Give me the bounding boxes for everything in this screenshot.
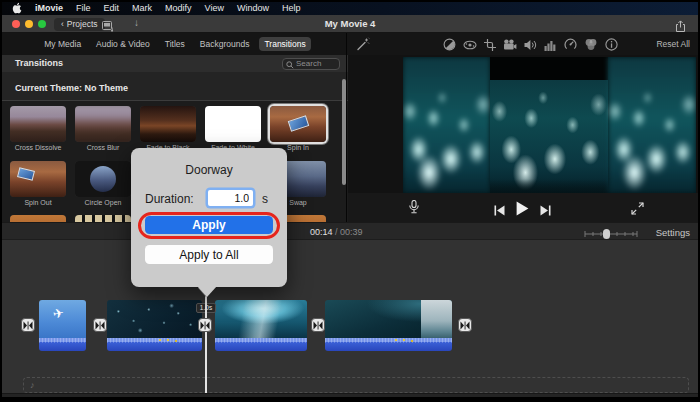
time-total: 00:39 <box>340 227 363 237</box>
magic-wand-icon[interactable] <box>356 37 370 55</box>
time-current: 00:14 <box>310 227 333 237</box>
current-theme-label: Current Theme: No Theme <box>15 83 128 93</box>
music-track[interactable]: ♪ <box>23 377 689 393</box>
skip-back-icon[interactable] <box>494 202 505 220</box>
search-input[interactable] <box>296 59 336 68</box>
apply-to-all-button[interactable]: Apply to All <box>145 245 273 264</box>
crop-icon[interactable] <box>484 37 496 55</box>
transition-fade-to-black[interactable]: Fade to Black <box>140 106 196 151</box>
transition-settings-popover: Doorway Duration: s Apply Apply to All <box>131 148 287 287</box>
transition-label: Spin Out <box>10 199 66 206</box>
play-icon[interactable] <box>516 201 529 220</box>
transition-partial-1[interactable] <box>10 215 66 222</box>
duration-unit: s <box>262 192 268 206</box>
clip-wave[interactable] <box>325 300 452 351</box>
transition-label: Circle Open <box>75 199 131 206</box>
speed-icon[interactable] <box>564 37 577 55</box>
menu-item-help[interactable]: Help <box>282 2 301 15</box>
duration-input[interactable] <box>208 190 253 206</box>
media-tab-bar: My Media Audio & Video Titles Background… <box>2 33 348 55</box>
menu-item-edit[interactable]: Edit <box>104 2 120 15</box>
transport-buttons <box>494 201 551 220</box>
video-preview[interactable] <box>403 57 696 193</box>
color-correction-icon[interactable] <box>443 37 456 55</box>
doorway-center-panel <box>490 57 608 193</box>
time-separator: / <box>335 227 338 237</box>
adjustments-toolbar <box>443 37 618 55</box>
clip-fish-school[interactable] <box>107 300 202 351</box>
transition-cross-blur[interactable]: Cross Blur <box>75 106 131 151</box>
divider <box>2 100 348 101</box>
info-icon[interactable] <box>605 37 618 55</box>
theme-row: Current Theme: No Theme <box>2 72 348 100</box>
menu-item-view[interactable]: View <box>205 2 224 15</box>
audio-waveform <box>39 338 86 351</box>
transition-clip-icon[interactable] <box>458 318 472 332</box>
timecode-display: 00:14 / 00:39 <box>310 227 363 237</box>
panel-title: Transitions <box>15 58 63 68</box>
tab-transitions[interactable]: Transitions <box>259 37 310 51</box>
tab-audio-video[interactable]: Audio & Video <box>91 37 155 51</box>
duration-label: Duration: <box>145 192 194 206</box>
transition-spin-out[interactable]: Spin Out <box>10 161 66 206</box>
apply-button[interactable]: Apply <box>145 216 273 234</box>
menu-item-window[interactable]: Window <box>237 2 269 15</box>
tab-backgrounds[interactable]: Backgrounds <box>195 37 255 51</box>
popover-tail <box>197 286 217 297</box>
transition-spin-in[interactable]: Spin In <box>270 106 326 151</box>
audio-waveform <box>215 338 307 351</box>
transition-circle-open[interactable]: Circle Open <box>75 161 131 206</box>
menu-item-modify[interactable]: Modify <box>165 2 192 15</box>
airplane-thumbnail: ✈ <box>52 305 66 322</box>
window-title-bar: ‹Projects ↓ My Movie 4 <box>2 15 698 33</box>
menu-item-imovie[interactable]: iMovie <box>35 2 63 15</box>
audio-waveform <box>107 338 202 351</box>
transition-clip-icon[interactable] <box>311 318 325 332</box>
menu-item-mark[interactable]: Mark <box>132 2 152 15</box>
transition-label: Cross Blur <box>75 144 131 151</box>
imovie-window: iMovie File Edit Mark Modify View Window… <box>0 0 700 402</box>
doorway-right-panel <box>608 57 696 193</box>
transition-clip-icon[interactable] <box>93 318 107 332</box>
transition-partial-2[interactable] <box>75 215 131 222</box>
timeline-header: 00:14 / 00:39 Settings <box>2 222 698 240</box>
color-balance-icon[interactable] <box>463 37 477 55</box>
clip-underwater-rays[interactable] <box>215 300 307 351</box>
project-title: My Movie 4 <box>2 18 698 29</box>
fullscreen-icon[interactable] <box>631 201 644 219</box>
playback-controls <box>348 193 698 222</box>
search-icon <box>286 55 294 73</box>
clip-airplane[interactable]: ✈ <box>39 300 86 351</box>
transitions-panel-header: Transitions <box>2 55 348 72</box>
skip-forward-icon[interactable] <box>540 202 551 220</box>
selected-transition-icon[interactable] <box>198 318 212 332</box>
panel-divider <box>346 33 347 222</box>
reset-all-button[interactable]: Reset All <box>656 39 690 49</box>
audio-waveform <box>325 338 452 351</box>
transition-clip-icon[interactable] <box>21 318 35 332</box>
stabilization-icon[interactable] <box>503 37 517 55</box>
surf-thumbnail <box>421 300 452 338</box>
tool-strip: My Media Audio & Video Titles Background… <box>2 33 698 55</box>
settings-button[interactable]: Settings <box>656 227 690 238</box>
music-note-icon: ♪ <box>30 380 35 390</box>
popover-title: Doorway <box>131 163 287 177</box>
tab-my-media[interactable]: My Media <box>39 37 86 51</box>
menu-bar: iMovie File Edit Mark Modify View Window… <box>2 2 698 15</box>
volume-icon[interactable] <box>524 37 537 55</box>
timeline-bottom-strip <box>2 393 698 397</box>
transition-cross-dissolve[interactable]: Cross Dissolve <box>10 106 66 151</box>
doorway-left-panel <box>403 57 490 193</box>
preview-panel <box>348 55 698 222</box>
microphone-icon[interactable] <box>408 200 420 219</box>
tab-titles[interactable]: Titles <box>160 37 190 51</box>
search-field[interactable] <box>282 58 340 70</box>
transition-fade-to-white[interactable]: Fade to White <box>205 106 261 151</box>
timeline: ✈ 1.0s ♪ <box>2 240 698 397</box>
transition-label: Cross Dissolve <box>10 144 66 151</box>
menu-item-file[interactable]: File <box>76 2 91 15</box>
playhead-line[interactable] <box>205 296 207 393</box>
noise-reduction-icon[interactable] <box>544 37 557 55</box>
color-filters-icon[interactable] <box>584 37 598 55</box>
